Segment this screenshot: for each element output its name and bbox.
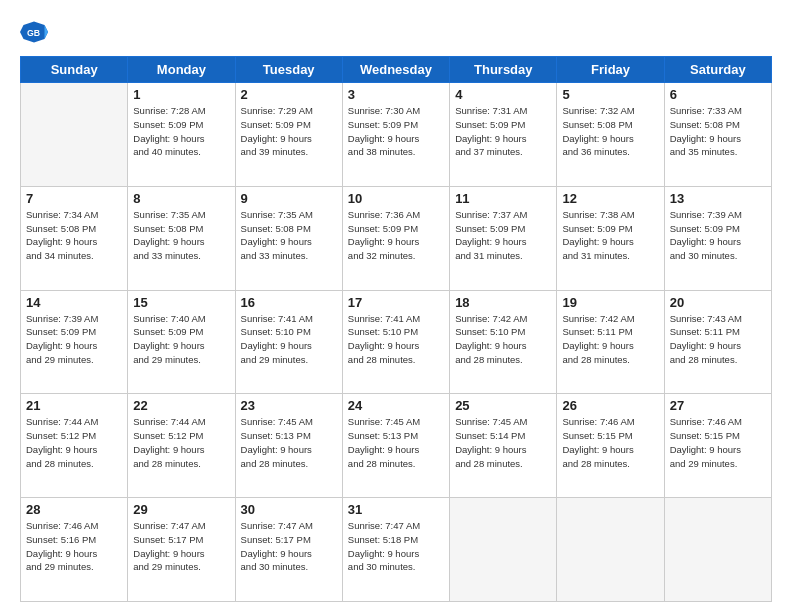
weekday-header-sunday: Sunday	[21, 57, 128, 83]
calendar-week-5: 28Sunrise: 7:46 AM Sunset: 5:16 PM Dayli…	[21, 498, 772, 602]
day-number: 23	[241, 398, 337, 413]
calendar-table: SundayMondayTuesdayWednesdayThursdayFrid…	[20, 56, 772, 602]
calendar-cell: 27Sunrise: 7:46 AM Sunset: 5:15 PM Dayli…	[664, 394, 771, 498]
day-info: Sunrise: 7:40 AM Sunset: 5:09 PM Dayligh…	[133, 312, 229, 367]
calendar-cell: 13Sunrise: 7:39 AM Sunset: 5:09 PM Dayli…	[664, 186, 771, 290]
day-number: 4	[455, 87, 551, 102]
calendar-cell: 6Sunrise: 7:33 AM Sunset: 5:08 PM Daylig…	[664, 83, 771, 187]
day-info: Sunrise: 7:46 AM Sunset: 5:15 PM Dayligh…	[670, 415, 766, 470]
day-number: 31	[348, 502, 444, 517]
day-info: Sunrise: 7:31 AM Sunset: 5:09 PM Dayligh…	[455, 104, 551, 159]
day-info: Sunrise: 7:33 AM Sunset: 5:08 PM Dayligh…	[670, 104, 766, 159]
day-info: Sunrise: 7:39 AM Sunset: 5:09 PM Dayligh…	[670, 208, 766, 263]
weekday-header-row: SundayMondayTuesdayWednesdayThursdayFrid…	[21, 57, 772, 83]
day-info: Sunrise: 7:35 AM Sunset: 5:08 PM Dayligh…	[133, 208, 229, 263]
day-info: Sunrise: 7:35 AM Sunset: 5:08 PM Dayligh…	[241, 208, 337, 263]
day-number: 20	[670, 295, 766, 310]
day-info: Sunrise: 7:46 AM Sunset: 5:15 PM Dayligh…	[562, 415, 658, 470]
calendar-week-1: 1Sunrise: 7:28 AM Sunset: 5:09 PM Daylig…	[21, 83, 772, 187]
day-info: Sunrise: 7:41 AM Sunset: 5:10 PM Dayligh…	[348, 312, 444, 367]
day-info: Sunrise: 7:47 AM Sunset: 5:18 PM Dayligh…	[348, 519, 444, 574]
day-info: Sunrise: 7:45 AM Sunset: 5:14 PM Dayligh…	[455, 415, 551, 470]
day-info: Sunrise: 7:44 AM Sunset: 5:12 PM Dayligh…	[133, 415, 229, 470]
calendar-cell: 19Sunrise: 7:42 AM Sunset: 5:11 PM Dayli…	[557, 290, 664, 394]
calendar-cell: 25Sunrise: 7:45 AM Sunset: 5:14 PM Dayli…	[450, 394, 557, 498]
calendar-cell: 11Sunrise: 7:37 AM Sunset: 5:09 PM Dayli…	[450, 186, 557, 290]
page: GB SundayMondayTuesdayWednesdayThursdayF…	[0, 0, 792, 612]
day-number: 25	[455, 398, 551, 413]
day-number: 9	[241, 191, 337, 206]
day-number: 1	[133, 87, 229, 102]
day-number: 17	[348, 295, 444, 310]
calendar-cell: 24Sunrise: 7:45 AM Sunset: 5:13 PM Dayli…	[342, 394, 449, 498]
day-info: Sunrise: 7:43 AM Sunset: 5:11 PM Dayligh…	[670, 312, 766, 367]
day-info: Sunrise: 7:42 AM Sunset: 5:11 PM Dayligh…	[562, 312, 658, 367]
day-info: Sunrise: 7:42 AM Sunset: 5:10 PM Dayligh…	[455, 312, 551, 367]
day-number: 29	[133, 502, 229, 517]
day-info: Sunrise: 7:28 AM Sunset: 5:09 PM Dayligh…	[133, 104, 229, 159]
day-info: Sunrise: 7:34 AM Sunset: 5:08 PM Dayligh…	[26, 208, 122, 263]
calendar-cell: 4Sunrise: 7:31 AM Sunset: 5:09 PM Daylig…	[450, 83, 557, 187]
day-number: 13	[670, 191, 766, 206]
calendar-cell: 3Sunrise: 7:30 AM Sunset: 5:09 PM Daylig…	[342, 83, 449, 187]
day-number: 14	[26, 295, 122, 310]
calendar-cell: 18Sunrise: 7:42 AM Sunset: 5:10 PM Dayli…	[450, 290, 557, 394]
day-info: Sunrise: 7:44 AM Sunset: 5:12 PM Dayligh…	[26, 415, 122, 470]
weekday-header-thursday: Thursday	[450, 57, 557, 83]
calendar-cell: 1Sunrise: 7:28 AM Sunset: 5:09 PM Daylig…	[128, 83, 235, 187]
calendar-cell: 14Sunrise: 7:39 AM Sunset: 5:09 PM Dayli…	[21, 290, 128, 394]
day-info: Sunrise: 7:32 AM Sunset: 5:08 PM Dayligh…	[562, 104, 658, 159]
day-info: Sunrise: 7:29 AM Sunset: 5:09 PM Dayligh…	[241, 104, 337, 159]
calendar-cell: 31Sunrise: 7:47 AM Sunset: 5:18 PM Dayli…	[342, 498, 449, 602]
day-info: Sunrise: 7:36 AM Sunset: 5:09 PM Dayligh…	[348, 208, 444, 263]
calendar-week-3: 14Sunrise: 7:39 AM Sunset: 5:09 PM Dayli…	[21, 290, 772, 394]
day-number: 19	[562, 295, 658, 310]
day-info: Sunrise: 7:45 AM Sunset: 5:13 PM Dayligh…	[348, 415, 444, 470]
calendar-cell: 29Sunrise: 7:47 AM Sunset: 5:17 PM Dayli…	[128, 498, 235, 602]
day-info: Sunrise: 7:47 AM Sunset: 5:17 PM Dayligh…	[133, 519, 229, 574]
calendar-cell: 17Sunrise: 7:41 AM Sunset: 5:10 PM Dayli…	[342, 290, 449, 394]
calendar-cell: 8Sunrise: 7:35 AM Sunset: 5:08 PM Daylig…	[128, 186, 235, 290]
day-number: 11	[455, 191, 551, 206]
day-info: Sunrise: 7:37 AM Sunset: 5:09 PM Dayligh…	[455, 208, 551, 263]
calendar-cell: 20Sunrise: 7:43 AM Sunset: 5:11 PM Dayli…	[664, 290, 771, 394]
calendar-cell: 2Sunrise: 7:29 AM Sunset: 5:09 PM Daylig…	[235, 83, 342, 187]
calendar-cell	[21, 83, 128, 187]
day-info: Sunrise: 7:47 AM Sunset: 5:17 PM Dayligh…	[241, 519, 337, 574]
header: GB	[20, 18, 772, 46]
calendar-cell	[557, 498, 664, 602]
calendar-cell: 7Sunrise: 7:34 AM Sunset: 5:08 PM Daylig…	[21, 186, 128, 290]
day-number: 24	[348, 398, 444, 413]
day-info: Sunrise: 7:46 AM Sunset: 5:16 PM Dayligh…	[26, 519, 122, 574]
weekday-header-friday: Friday	[557, 57, 664, 83]
day-info: Sunrise: 7:41 AM Sunset: 5:10 PM Dayligh…	[241, 312, 337, 367]
calendar-cell: 10Sunrise: 7:36 AM Sunset: 5:09 PM Dayli…	[342, 186, 449, 290]
day-info: Sunrise: 7:39 AM Sunset: 5:09 PM Dayligh…	[26, 312, 122, 367]
day-number: 21	[26, 398, 122, 413]
calendar-week-2: 7Sunrise: 7:34 AM Sunset: 5:08 PM Daylig…	[21, 186, 772, 290]
day-number: 12	[562, 191, 658, 206]
day-number: 18	[455, 295, 551, 310]
weekday-header-saturday: Saturday	[664, 57, 771, 83]
day-number: 3	[348, 87, 444, 102]
calendar-cell: 16Sunrise: 7:41 AM Sunset: 5:10 PM Dayli…	[235, 290, 342, 394]
day-number: 5	[562, 87, 658, 102]
calendar-cell	[450, 498, 557, 602]
day-info: Sunrise: 7:30 AM Sunset: 5:09 PM Dayligh…	[348, 104, 444, 159]
day-number: 10	[348, 191, 444, 206]
logo: GB	[20, 18, 52, 46]
day-number: 26	[562, 398, 658, 413]
day-number: 15	[133, 295, 229, 310]
weekday-header-monday: Monday	[128, 57, 235, 83]
calendar-week-4: 21Sunrise: 7:44 AM Sunset: 5:12 PM Dayli…	[21, 394, 772, 498]
day-number: 2	[241, 87, 337, 102]
day-info: Sunrise: 7:38 AM Sunset: 5:09 PM Dayligh…	[562, 208, 658, 263]
svg-text:GB: GB	[27, 28, 40, 38]
day-number: 8	[133, 191, 229, 206]
svg-marker-1	[45, 25, 49, 39]
logo-icon: GB	[20, 18, 48, 46]
calendar-cell: 22Sunrise: 7:44 AM Sunset: 5:12 PM Dayli…	[128, 394, 235, 498]
calendar-cell: 5Sunrise: 7:32 AM Sunset: 5:08 PM Daylig…	[557, 83, 664, 187]
calendar-cell: 21Sunrise: 7:44 AM Sunset: 5:12 PM Dayli…	[21, 394, 128, 498]
calendar-cell	[664, 498, 771, 602]
